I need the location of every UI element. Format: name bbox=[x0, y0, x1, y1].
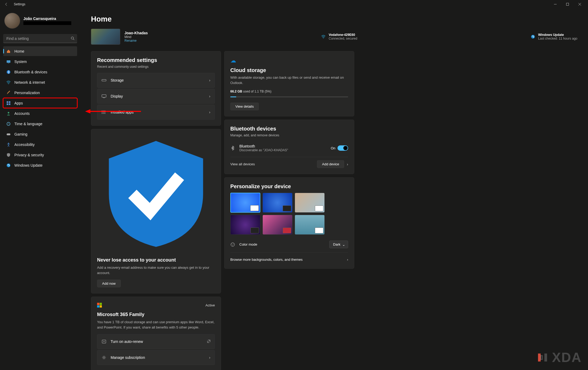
svg-rect-12 bbox=[7, 133, 10, 135]
svg-point-5 bbox=[8, 84, 9, 84]
sidebar: João Carrasqueira Home System bbox=[0, 9, 80, 370]
svg-point-10 bbox=[8, 112, 9, 113]
update-last-checked: Last checked: 11 hours ago bbox=[538, 37, 577, 40]
row-label: Display bbox=[111, 94, 205, 98]
shield-icon bbox=[6, 153, 11, 157]
toggle-state-label: On bbox=[331, 146, 335, 150]
back-button[interactable] bbox=[2, 0, 11, 9]
svg-point-26 bbox=[233, 244, 234, 244]
svg-point-13 bbox=[8, 143, 9, 144]
setting-row-storage[interactable]: Storage › bbox=[97, 73, 215, 88]
sidebar-item-label: Time & language bbox=[14, 122, 42, 126]
sidebar-item-accounts[interactable]: Accounts bbox=[3, 108, 77, 118]
personalize-card: Personalize your device Color mode bbox=[224, 177, 354, 269]
sidebar-item-home[interactable]: Home bbox=[3, 46, 77, 56]
setting-row-installed-apps[interactable]: Installed apps › bbox=[97, 105, 215, 120]
chevron-right-icon[interactable]: › bbox=[347, 162, 348, 166]
svg-rect-9 bbox=[9, 103, 10, 105]
auto-renew-row[interactable]: Turn on auto-renew bbox=[97, 334, 215, 349]
bluetooth-toggle[interactable] bbox=[337, 145, 348, 151]
storage-icon bbox=[102, 78, 106, 83]
sidebar-item-gaming[interactable]: Gaming bbox=[3, 129, 77, 139]
theme-option[interactable] bbox=[262, 193, 293, 213]
theme-option[interactable] bbox=[262, 215, 293, 235]
sidebar-item-system[interactable]: System bbox=[3, 57, 77, 66]
svg-rect-7 bbox=[9, 101, 10, 103]
minimize-button[interactable] bbox=[549, 0, 561, 9]
theme-option[interactable] bbox=[295, 193, 325, 213]
card-title: Recommended settings bbox=[97, 57, 215, 63]
card-title: Cloud storage bbox=[230, 67, 348, 73]
theme-option[interactable] bbox=[230, 215, 260, 235]
sidebar-item-windows-update[interactable]: Windows Update bbox=[3, 160, 77, 170]
sidebar-item-accessibility[interactable]: Accessibility bbox=[3, 140, 77, 149]
svg-point-25 bbox=[232, 244, 232, 244]
svg-point-19 bbox=[102, 111, 102, 111]
close-button[interactable] bbox=[574, 0, 586, 9]
device-info[interactable]: Joao-Khadas Mind Rename bbox=[91, 29, 148, 45]
sidebar-item-label: Privacy & security bbox=[14, 153, 44, 157]
row-label: Manage subscription bbox=[111, 355, 205, 360]
sidebar-item-personalization[interactable]: Personalization bbox=[3, 88, 77, 98]
maximize-button[interactable] bbox=[561, 0, 574, 9]
sidebar-item-label: Gaming bbox=[14, 132, 27, 136]
update-icon bbox=[531, 35, 535, 39]
sidebar-item-label: Apps bbox=[14, 101, 23, 105]
color-mode-select[interactable]: Dark ⌄ bbox=[329, 241, 348, 248]
card-description: Add a recovery email address to make sur… bbox=[97, 265, 215, 275]
manage-subscription-row[interactable]: Manage subscription › bbox=[97, 350, 215, 365]
device-model: Mind bbox=[124, 35, 148, 39]
add-device-button[interactable]: Add device bbox=[317, 160, 344, 168]
row-label: Storage bbox=[111, 78, 205, 82]
update-icon bbox=[6, 163, 11, 167]
svg-point-14 bbox=[7, 163, 10, 167]
view-details-button[interactable]: View details bbox=[230, 103, 259, 110]
sidebar-item-label: Accessibility bbox=[14, 142, 35, 147]
home-icon bbox=[6, 49, 11, 53]
brush-icon bbox=[6, 91, 11, 95]
user-name: João Carrasqueira bbox=[23, 16, 71, 21]
user-email-redacted bbox=[23, 21, 71, 25]
update-title: Windows Update bbox=[538, 33, 577, 37]
wifi-status[interactable]: Vodafone-429E60 Connected, secured bbox=[321, 29, 357, 45]
sidebar-item-network[interactable]: Network & internet bbox=[3, 77, 77, 87]
card-description: With available storage, you can back up … bbox=[230, 75, 348, 85]
bluetooth-devices-card: Bluetooth devices Manage, add, and remov… bbox=[224, 120, 354, 174]
bluetooth-label: Bluetooth bbox=[239, 144, 327, 148]
theme-option[interactable] bbox=[230, 193, 260, 213]
rename-link[interactable]: Rename bbox=[124, 39, 148, 43]
window-title: Settings bbox=[14, 2, 25, 6]
bluetooth-icon bbox=[230, 146, 235, 150]
device-image bbox=[91, 29, 120, 45]
sidebar-item-time-language[interactable]: Time & language bbox=[3, 119, 77, 129]
apps-icon bbox=[6, 101, 11, 105]
search-input[interactable] bbox=[3, 34, 77, 43]
card-title: Personalize your device bbox=[230, 183, 348, 190]
main-content: Home Joao-Khadas Mind Rename Vodafone-42… bbox=[80, 9, 588, 370]
sidebar-item-privacy[interactable]: Privacy & security bbox=[3, 150, 77, 160]
windows-update-status[interactable]: Windows Update Last checked: 11 hours ag… bbox=[531, 29, 577, 45]
svg-rect-0 bbox=[566, 3, 569, 6]
browse-themes-row[interactable]: Browse more backgrounds, colors, and the… bbox=[230, 253, 348, 263]
sidebar-item-apps[interactable]: Apps bbox=[3, 98, 77, 108]
browse-label: Browse more backgrounds, colors, and the… bbox=[230, 258, 303, 262]
color-mode-label: Color mode bbox=[239, 242, 257, 246]
sidebar-item-label: Home bbox=[14, 49, 24, 53]
view-all-devices-link[interactable]: View all devices bbox=[230, 162, 255, 166]
svg-point-20 bbox=[102, 112, 102, 112]
add-now-button[interactable]: Add now bbox=[97, 280, 121, 287]
search-icon bbox=[71, 36, 74, 41]
sidebar-item-label: Bluetooth & devices bbox=[14, 70, 47, 74]
setting-row-display[interactable]: Display › bbox=[97, 89, 215, 104]
svg-point-27 bbox=[232, 245, 233, 246]
sidebar-item-bluetooth[interactable]: Bluetooth & devices bbox=[3, 67, 77, 77]
svg-rect-33 bbox=[541, 356, 542, 359]
microsoft-365-card: Active Microsoft 365 Family You have 1 T… bbox=[91, 297, 221, 370]
theme-option[interactable] bbox=[295, 215, 325, 235]
clock-icon bbox=[6, 122, 11, 126]
external-link-icon bbox=[207, 339, 210, 344]
svg-point-21 bbox=[102, 113, 102, 114]
renew-icon bbox=[102, 339, 106, 344]
user-profile[interactable]: João Carrasqueira bbox=[3, 11, 77, 33]
wifi-icon bbox=[6, 80, 11, 85]
